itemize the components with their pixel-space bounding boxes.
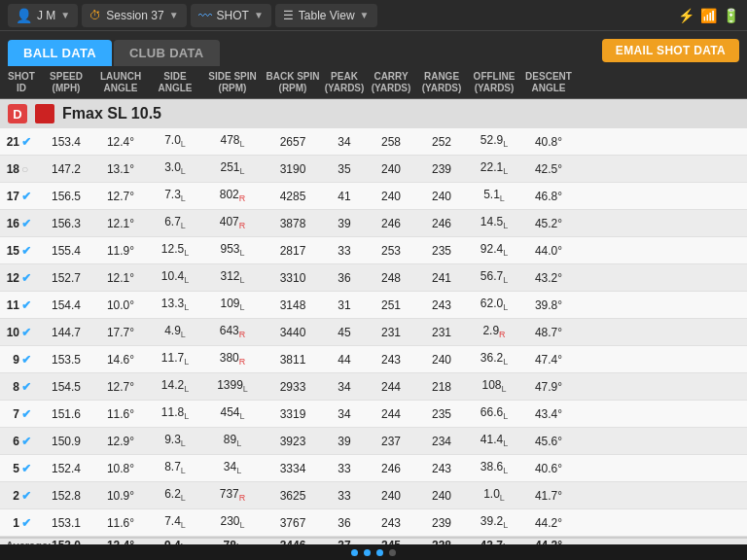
cell-descent: 41.7° <box>521 489 576 503</box>
shot-number: 12 <box>4 271 19 285</box>
cell-side-angle: 11.7L <box>148 351 202 367</box>
club-color-swatch <box>35 104 54 123</box>
check-filled-icon: ✔ <box>21 244 31 258</box>
cell-side-spin: 34L <box>202 460 263 475</box>
cell-side-spin: 251L <box>202 160 263 176</box>
cell-side-angle: 7.4L <box>148 514 202 530</box>
view-icon: ☰ <box>283 9 294 22</box>
cell-range: 243 <box>416 462 467 475</box>
tab-ball-data[interactable]: BALL DATA <box>8 40 112 66</box>
cell-range: 240 <box>416 489 467 503</box>
cell-side-spin: 737R <box>202 487 263 503</box>
col-header-side-angle: SIDEANGLE <box>148 71 202 94</box>
cell-offline: 2.9R <box>467 324 521 339</box>
data-table: 21 ✔ 153.4 12.4° 7.0L 478L 2657 34 258 2… <box>0 128 747 544</box>
shot-number: 2 <box>4 489 19 503</box>
cell-back-spin: 3625 <box>263 489 323 503</box>
cell-launch: 11.6° <box>93 407 148 421</box>
pagination-dot[interactable] <box>351 549 358 556</box>
check-filled-icon: ✔ <box>21 217 31 230</box>
cell-range: 235 <box>416 407 467 421</box>
view-label: Table View <box>299 9 355 22</box>
view-segment[interactable]: ☰ Table View ▼ <box>275 4 377 27</box>
user-label: J M <box>37 9 55 22</box>
shot-number: 6 <box>4 435 19 448</box>
cell-speed: 152.4 <box>39 462 93 475</box>
cell-range: 231 <box>416 326 467 339</box>
cell-shot-id: 17 ✔ <box>4 190 39 203</box>
cell-peak: 33 <box>323 462 366 475</box>
cell-descent: 48.7° <box>521 326 576 339</box>
table-row: 8 ✔ 154.5 12.7° 14.2L 1399L 2933 34 244 … <box>0 373 747 401</box>
cell-side-spin: 454L <box>202 405 263 421</box>
cell-descent: 44.2° <box>521 516 576 530</box>
cell-launch: 10.8° <box>93 462 148 475</box>
pagination-dot[interactable] <box>376 549 383 556</box>
view-caret-icon: ▼ <box>360 10 370 20</box>
topbar-right-icons: ⚡ 📶 🔋 <box>678 8 739 23</box>
shot-segment[interactable]: 〰 SHOT ▼ <box>191 4 271 27</box>
club-row: D Fmax SL 10.5 <box>0 99 747 128</box>
cell-launch: 12.7° <box>93 190 148 203</box>
cell-launch: 14.6° <box>93 353 148 367</box>
cell-side-spin: 953L <box>202 242 263 258</box>
cell-side-angle: 14.2L <box>148 378 202 394</box>
cell-peak: 31 <box>323 298 366 312</box>
cell-offline: 1.0L <box>467 487 521 503</box>
cell-speed: 153.4 <box>39 135 93 149</box>
table-row: 12 ✔ 152.7 12.1° 10.4L 312L 3310 36 248 … <box>0 264 747 292</box>
user-segment[interactable]: 👤 J M ▼ <box>8 4 78 27</box>
session-segment[interactable]: ⏱ Session 37 ▼ <box>82 4 186 27</box>
cell-side-angle: 7.0L <box>148 133 202 149</box>
col-header-range: RANGE(yards) <box>416 71 467 94</box>
shot-number: 16 <box>4 217 19 230</box>
cell-descent: 47.9° <box>521 380 576 394</box>
average-row: Average: 153.0 12.4° 9.4L 78L 3446 37 24… <box>0 537 747 544</box>
cell-back-spin: 3319 <box>263 407 323 421</box>
cell-launch: 10.0° <box>93 298 148 312</box>
cell-speed: 154.5 <box>39 380 93 394</box>
cell-offline: 62.0L <box>467 297 521 312</box>
cell-peak: 39 <box>323 435 366 448</box>
cell-offline: 108L <box>467 378 521 394</box>
cell-launch: 12.9° <box>93 435 148 448</box>
col-header-offline: OFFLINE(yards) <box>467 71 521 94</box>
cell-offline: 36.2L <box>467 351 521 367</box>
cell-side-angle: 13.3L <box>148 297 202 312</box>
table-row: 17 ✔ 156.5 12.7° 7.3L 802R 4285 41 240 2… <box>0 183 747 210</box>
check-empty-icon: ○ <box>21 162 28 176</box>
table-row: 21 ✔ 153.4 12.4° 7.0L 478L 2657 34 258 2… <box>0 128 747 156</box>
cell-shot-id: 9 ✔ <box>4 353 39 367</box>
table-row: 6 ✔ 150.9 12.9° 9.3L 89L 3923 39 237 234… <box>0 428 747 455</box>
table-row: 2 ✔ 152.8 10.9° 6.2L 737R 3625 33 240 24… <box>0 482 747 509</box>
shot-icon: 〰 <box>198 8 212 23</box>
cell-back-spin: 3767 <box>263 516 323 530</box>
cell-offline: 14.5L <box>467 215 521 230</box>
table-row: 9 ✔ 153.5 14.6° 11.7L 380R 3811 44 243 2… <box>0 346 747 373</box>
cell-side-spin: 478L <box>202 133 263 149</box>
cell-side-angle: 6.2L <box>148 487 202 503</box>
cell-side-spin: 89L <box>202 433 263 448</box>
cell-descent: 39.8° <box>521 298 576 312</box>
cell-range: 240 <box>416 353 467 367</box>
cell-descent: 45.2° <box>521 217 576 230</box>
cell-back-spin: 3334 <box>263 462 323 475</box>
pagination-dot[interactable] <box>389 549 396 556</box>
cell-shot-id: 11 ✔ <box>4 298 39 312</box>
cell-descent: 44.0° <box>521 244 576 258</box>
cell-carry: 243 <box>366 516 416 530</box>
email-shot-data-button[interactable]: EMAIL SHOT DATA <box>602 39 739 62</box>
tab-club-data[interactable]: CLUB DATA <box>114 40 220 66</box>
shot-number: 5 <box>4 462 19 475</box>
cell-speed: 156.3 <box>39 217 93 230</box>
user-icon: 👤 <box>16 8 32 23</box>
cell-carry: 248 <box>366 271 416 285</box>
check-filled-icon: ✔ <box>21 516 31 530</box>
col-header-launch-angle: LAUNCHANGLE <box>93 71 148 94</box>
cell-peak: 35 <box>323 162 366 176</box>
user-caret-icon: ▼ <box>60 10 70 20</box>
cell-carry: 246 <box>366 217 416 230</box>
cell-shot-id: 2 ✔ <box>4 489 39 503</box>
cell-carry: 240 <box>366 489 416 503</box>
pagination-dot[interactable] <box>364 549 371 556</box>
